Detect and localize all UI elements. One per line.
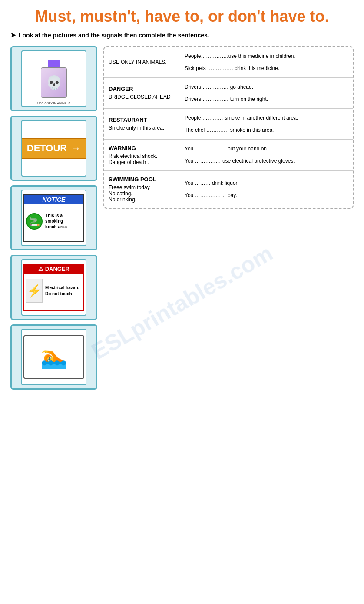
notice-text: This is a smoking lunch area — [45, 213, 67, 230]
instruction-text: Look at the pictures and the signals the… — [19, 32, 209, 39]
page-title: Must, mustn't, have to, or don't have to… — [10, 8, 354, 25]
notice-text-line3: lunch area — [45, 224, 67, 229]
medicine-bottle: 💀 USE ONLY IN ANIMALS — [26, 53, 82, 105]
table-row: SWIMMING POOL Freee swim today. No eatin… — [104, 171, 353, 208]
bottle-label: USE ONLY IN ANIMALS — [37, 102, 70, 105]
swimmer-icon: 🏊 — [40, 344, 67, 370]
notice-text-line1: This is a — [45, 213, 63, 218]
sentence-3-2: The chef …………. smoke in this area. — [185, 126, 348, 134]
picture-card-smoking: NOTICE 🚬 This is a smoking lunch area — [10, 185, 97, 250]
bottle-body: 💀 — [41, 67, 67, 98]
danger-text-line2: Do not touch — [45, 291, 72, 296]
danger-text: Electrical hazard Do not touch — [45, 285, 79, 297]
smoking-icon: 🚬 — [29, 216, 40, 227]
signal-text-3: Smoke only in this area. — [109, 125, 175, 131]
notice-text-line2: smoking — [45, 219, 63, 224]
detour-sign: DETOUR → — [21, 138, 86, 159]
picture-inner-danger: ⚠ DANGER ⚡ Electrical hazard Do not touc… — [21, 259, 86, 316]
cell-sentences-1: People…………….use this medicine in childre… — [180, 47, 353, 77]
signal-text-2: BRIDGE CLOSED AHEAD — [109, 94, 175, 100]
sentence-1-1: People…………….use this medicine in childre… — [185, 52, 348, 60]
cell-sentences-5: You ……… drink liquor. You ……………… pay. — [180, 171, 353, 208]
table-row: USE ONLY IN ANIMALS. People…………….use thi… — [104, 47, 353, 78]
danger-text-line1: Electrical hazard — [45, 285, 79, 290]
sentence-4-1: You ……………… put your hand on. — [185, 145, 348, 153]
sentence-5-2: You ……………… pay. — [185, 191, 348, 199]
notice-body: 🚬 This is a smoking lunch area — [24, 204, 83, 238]
sentence-2-2: Drivers …………… turn on the right. — [185, 95, 348, 103]
smoking-circle: 🚬 — [26, 213, 43, 230]
sentence-1-2: Sick pets …………… drink this medicine. — [185, 64, 348, 72]
swimming-sign: 🏊 — [23, 335, 84, 379]
cell-signal-3: RESTAURANT Smoke only in this area. — [104, 109, 180, 139]
signal-title-4: WARNING — [109, 145, 175, 151]
signal-text-5c: No drinking. — [109, 197, 175, 203]
main-layout: 💀 USE ONLY IN ANIMALS DETOUR → — [10, 46, 354, 390]
signal-text-5a: Freee swim today. — [109, 184, 175, 190]
detour-box: DETOUR → — [21, 138, 86, 159]
sentence-3-1: People ………… smoke in another different a… — [185, 114, 348, 122]
bottle-cap — [48, 60, 60, 67]
table-row: DANGER BRIDGE CLOSED AHEAD Drivers ……………… — [104, 78, 353, 109]
cell-sentences-4: You ……………… put your hand on. You …………… u… — [180, 140, 353, 170]
table-row: RESTAURANT Smoke only in this area. Peop… — [104, 109, 353, 140]
picture-card-medicine: 💀 USE ONLY IN ANIMALS — [10, 46, 97, 111]
cell-sentences-2: Drivers …………… go ahead. Drivers …………… tu… — [180, 78, 353, 108]
signal-title-3: RESTAURANT — [109, 117, 175, 123]
cell-signal-4: WARNING Risk electrical shock. Danger of… — [104, 140, 180, 170]
table-row: WARNING Risk electrical shock. Danger of… — [104, 140, 353, 171]
detour-arrow-icon: → — [70, 142, 81, 154]
signal-title-2: DANGER — [109, 86, 175, 92]
skull-icon: 💀 — [46, 75, 62, 90]
lightning-icon: ⚡ — [26, 279, 43, 303]
exercise-table: USE ONLY IN ANIMALS. People…………….use thi… — [103, 46, 354, 209]
picture-card-danger: ⚠ DANGER ⚡ Electrical hazard Do not touc… — [10, 255, 97, 320]
signal-text-1: USE ONLY IN ANIMALS. — [109, 59, 175, 65]
signal-text-5b: No eating. — [109, 190, 175, 197]
signal-text-4a: Risk electrical shock. — [109, 153, 175, 159]
cell-signal-5: SWIMMING POOL Freee swim today. No eatin… — [104, 171, 180, 208]
instruction-arrow: ➤ — [10, 31, 16, 39]
signal-title-5: SWIMMING POOL — [109, 176, 175, 183]
danger-sign: ⚠ DANGER ⚡ Electrical hazard Do not touc… — [23, 264, 84, 311]
picture-inner-medicine: 💀 USE ONLY IN ANIMALS — [21, 50, 86, 107]
picture-inner-swimming: 🏊 — [21, 329, 86, 385]
picture-card-detour: DETOUR → — [10, 116, 97, 181]
picture-inner-smoking: NOTICE 🚬 This is a smoking lunch area — [21, 190, 86, 246]
instruction: ➤ Look at the pictures and the signals t… — [10, 31, 354, 39]
sentence-5-1: You ……… drink liquor. — [185, 179, 348, 187]
pictures-column: 💀 USE ONLY IN ANIMALS DETOUR → — [10, 46, 97, 390]
picture-card-swimming: 🏊 — [10, 324, 97, 390]
danger-header: ⚠ DANGER — [24, 264, 83, 274]
notice-header: NOTICE — [24, 195, 83, 204]
notice-sign: NOTICE 🚬 This is a smoking lunch area — [23, 194, 84, 242]
cell-signal-2: DANGER BRIDGE CLOSED AHEAD — [104, 78, 180, 108]
detour-label: DETOUR — [27, 143, 67, 154]
sentence-2-1: Drivers …………… go ahead. — [185, 83, 348, 91]
danger-body: ⚡ Electrical hazard Do not touch — [24, 274, 83, 308]
picture-inner-detour: DETOUR → — [21, 120, 86, 177]
sentence-4-2: You …………… use electrical protective glov… — [185, 157, 348, 165]
cell-sentences-3: People ………… smoke in another different a… — [180, 109, 353, 139]
signal-text-4b: Danger of death . — [109, 159, 175, 165]
cell-signal-1: USE ONLY IN ANIMALS. — [104, 47, 180, 77]
table-column: USE ONLY IN ANIMALS. People…………….use thi… — [103, 46, 354, 209]
